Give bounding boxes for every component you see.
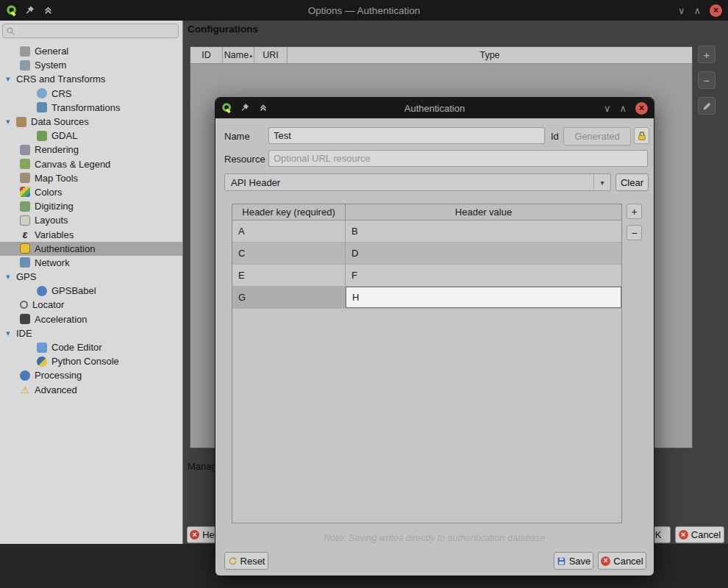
- edit-config-button[interactable]: [698, 97, 715, 115]
- pin-icon[interactable]: [240, 102, 252, 115]
- code-editor-icon: [37, 343, 47, 353]
- add-config-button[interactable]: +: [698, 46, 715, 63]
- table-row[interactable]: EF: [232, 265, 621, 287]
- table-row[interactable]: CD: [232, 243, 621, 265]
- header-key-cell[interactable]: E: [232, 265, 346, 286]
- config-column-header-name[interactable]: Name▴: [223, 47, 254, 63]
- collapse-all-icon[interactable]: [43, 4, 55, 17]
- add-row-button[interactable]: +: [627, 204, 642, 219]
- header-value-cell[interactable]: B: [346, 220, 621, 242]
- clear-button[interactable]: Clear: [615, 173, 649, 191]
- sidebar-item-crs[interactable]: CRS: [0, 87, 182, 101]
- options-sidebar: GeneralSystem▾CRS and TransformsCRSTrans…: [0, 21, 183, 544]
- sidebar-item-label: IDE: [16, 328, 32, 339]
- search-input[interactable]: [18, 25, 175, 37]
- sidebar-item-system[interactable]: System: [0, 58, 182, 72]
- window-close-button[interactable]: ×: [710, 4, 722, 17]
- id-label: Id: [551, 131, 559, 142]
- sidebar-item-advanced[interactable]: Advanced: [0, 383, 182, 397]
- search-box[interactable]: [2, 24, 179, 38]
- header-key-cell[interactable]: C: [232, 243, 346, 264]
- sidebar-item-label: Code Editor: [51, 342, 102, 353]
- sidebar-item-ide[interactable]: ▾IDE: [0, 326, 182, 340]
- sidebar-list: GeneralSystem▾CRS and TransformsCRSTrans…: [0, 44, 182, 397]
- plus-icon: +: [631, 206, 637, 218]
- method-select[interactable]: API Header ▾: [224, 173, 611, 191]
- dialog-maximize-icon[interactable]: ∧: [619, 104, 627, 113]
- sidebar-item-rendering[interactable]: Rendering: [0, 143, 182, 157]
- generated-button[interactable]: Generated: [563, 127, 631, 146]
- sidebar-item-processing[interactable]: Processing: [0, 368, 182, 382]
- table-row[interactable]: GH: [232, 287, 621, 309]
- lock-button[interactable]: [634, 127, 649, 144]
- sidebar-item-label: General: [35, 46, 68, 57]
- window-shade-icon[interactable]: ∨: [678, 6, 685, 15]
- sidebar-item-code-editor[interactable]: Code Editor: [0, 340, 182, 354]
- sidebar-item-label: Variables: [35, 229, 74, 240]
- sidebar-item-gps[interactable]: ▾GPS: [0, 270, 182, 284]
- expander-icon[interactable]: ▾: [6, 272, 16, 282]
- network-icon: [20, 257, 30, 268]
- sidebar-item-network[interactable]: Network: [0, 256, 182, 270]
- sidebar-item-variables[interactable]: Variables: [0, 227, 182, 241]
- header-value-cell[interactable]: D: [346, 243, 621, 264]
- sidebar-item-locator[interactable]: Locator: [0, 298, 182, 312]
- dialog-close-button[interactable]: ×: [635, 102, 648, 115]
- header-key-cell[interactable]: A: [232, 220, 346, 242]
- generated-label: Generated: [574, 131, 619, 142]
- sidebar-item-general[interactable]: General: [0, 44, 182, 58]
- config-column-header-uri[interactable]: URI: [254, 47, 288, 63]
- options-cancel-button[interactable]: × Cancel: [675, 526, 724, 543]
- sidebar-item-label: Data Sources: [31, 116, 89, 127]
- expander-icon[interactable]: ▾: [6, 117, 16, 126]
- dialog-shade-icon[interactable]: ∨: [604, 104, 611, 113]
- header-value-cell[interactable]: F: [346, 265, 621, 286]
- dialog-cancel-button[interactable]: × Cancel: [598, 552, 646, 570]
- config-column-header-id[interactable]: ID: [190, 47, 223, 63]
- sidebar-item-transformations[interactable]: Transformations: [0, 101, 182, 115]
- variables-icon: [20, 229, 30, 240]
- close-icon: ×: [713, 6, 718, 15]
- expander-icon[interactable]: ▾: [6, 74, 16, 84]
- save-button[interactable]: Save: [554, 552, 593, 570]
- collapse-all-icon[interactable]: [258, 102, 271, 115]
- sidebar-item-map-tools[interactable]: Map Tools: [0, 171, 182, 185]
- sidebar-item-acceleration[interactable]: Acceleration: [0, 312, 182, 326]
- name-input[interactable]: [268, 127, 545, 144]
- sidebar-item-gpsbabel[interactable]: GPSBabel: [0, 284, 182, 298]
- header-value-cell[interactable]: H: [346, 287, 621, 308]
- sidebar-item-label: System: [35, 60, 66, 71]
- expander-icon[interactable]: ▾: [6, 329, 16, 338]
- sidebar-item-layouts[interactable]: Layouts: [0, 213, 182, 227]
- column-label: URI: [263, 50, 279, 60]
- clear-button-label: Clear: [621, 177, 643, 188]
- config-column-header-type[interactable]: Type: [288, 47, 692, 63]
- sidebar-item-data-sources[interactable]: ▾Data Sources: [0, 115, 182, 129]
- locator-icon: [20, 301, 28, 309]
- sidebar-item-canvas-legend[interactable]: Canvas & Legend: [0, 157, 182, 171]
- sidebar-item-colors[interactable]: Colors: [0, 185, 182, 199]
- remove-row-button[interactable]: −: [627, 225, 642, 240]
- page-title: Configurations: [188, 24, 258, 35]
- sidebar-item-label: Network: [35, 257, 70, 268]
- reset-button[interactable]: Reset: [224, 552, 268, 570]
- sidebar-item-label: Authentication: [35, 243, 95, 254]
- table-row[interactable]: AB: [232, 220, 621, 243]
- app-window: { "window": { "title": "Options — Authen…: [0, 0, 728, 588]
- sidebar-item-authentication[interactable]: Authentication: [0, 242, 182, 256]
- sidebar-item-python-console[interactable]: Python Console: [0, 354, 182, 368]
- sidebar-item-crs-and-transforms[interactable]: ▾CRS and Transforms: [0, 72, 182, 86]
- canvas-legend-icon: [20, 159, 30, 169]
- sidebar-item-gdal[interactable]: GDAL: [0, 129, 182, 143]
- pin-icon[interactable]: [24, 4, 37, 17]
- resource-input[interactable]: [268, 150, 648, 167]
- save-icon: [557, 556, 566, 566]
- sidebar-item-digitizing[interactable]: Digitizing: [0, 199, 182, 213]
- remove-config-button[interactable]: −: [698, 71, 715, 89]
- reset-button-label: Reset: [240, 556, 265, 567]
- sidebar-item-label: GDAL: [51, 130, 77, 141]
- header-column-header-key-required[interactable]: Header key (required): [232, 204, 346, 220]
- header-column-header-value[interactable]: Header value: [346, 204, 621, 220]
- window-maximize-icon[interactable]: ∧: [693, 6, 701, 15]
- header-key-cell[interactable]: G: [232, 287, 346, 308]
